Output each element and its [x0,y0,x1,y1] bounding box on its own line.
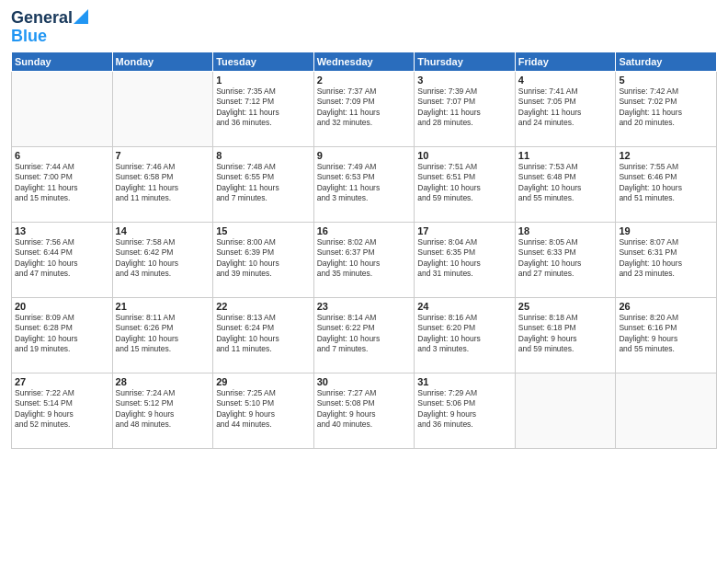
day-number: 11 [518,150,613,161]
calendar-cell: 1Sunrise: 7:35 AM Sunset: 7:12 PM Daylig… [213,71,314,146]
day-number: 24 [417,301,512,312]
calendar-cell: 4Sunrise: 7:41 AM Sunset: 7:05 PM Daylig… [515,71,616,146]
calendar-week-4: 20Sunrise: 8:09 AM Sunset: 6:28 PM Dayli… [12,297,717,373]
day-number: 14 [116,225,210,236]
weekday-thursday: Thursday [415,52,516,71]
calendar-cell: 22Sunrise: 8:13 AM Sunset: 6:24 PM Dayli… [213,297,314,373]
day-detail: Sunrise: 7:37 AM Sunset: 7:09 PM Dayligh… [317,86,412,129]
day-number: 27 [15,376,109,387]
day-number: 13 [15,225,109,236]
day-number: 2 [317,75,412,86]
calendar-cell: 14Sunrise: 7:58 AM Sunset: 6:42 PM Dayli… [112,222,213,297]
calendar-cell [515,373,616,448]
day-number: 6 [15,150,109,161]
day-number: 29 [216,376,311,387]
day-number: 28 [116,376,210,387]
calendar-cell: 8Sunrise: 7:48 AM Sunset: 6:55 PM Daylig… [213,146,314,222]
day-detail: Sunrise: 8:20 AM Sunset: 6:16 PM Dayligh… [619,313,713,355]
day-detail: Sunrise: 7:48 AM Sunset: 6:55 PM Dayligh… [216,162,311,204]
calendar-cell [12,71,113,146]
day-detail: Sunrise: 8:05 AM Sunset: 6:33 PM Dayligh… [518,237,613,280]
day-number: 15 [216,225,311,236]
calendar-week-2: 6Sunrise: 7:44 AM Sunset: 7:00 PM Daylig… [12,146,717,222]
calendar-week-5: 27Sunrise: 7:22 AM Sunset: 5:14 PM Dayli… [12,373,717,448]
calendar-cell: 26Sunrise: 8:20 AM Sunset: 6:16 PM Dayli… [616,297,717,373]
day-detail: Sunrise: 7:44 AM Sunset: 7:00 PM Dayligh… [15,162,109,204]
day-number: 8 [216,150,311,161]
day-detail: Sunrise: 7:24 AM Sunset: 5:12 PM Dayligh… [116,388,210,431]
day-number: 20 [15,301,109,312]
day-detail: Sunrise: 7:49 AM Sunset: 6:53 PM Dayligh… [317,162,412,204]
weekday-sunday: Sunday [12,52,113,71]
day-detail: Sunrise: 8:04 AM Sunset: 6:35 PM Dayligh… [417,237,512,280]
weekday-friday: Friday [515,52,616,71]
logo-blue: Blue [11,28,47,46]
day-number: 5 [619,75,713,86]
calendar-cell: 18Sunrise: 8:05 AM Sunset: 6:33 PM Dayli… [515,222,616,297]
weekday-tuesday: Tuesday [213,52,314,71]
day-detail: Sunrise: 8:16 AM Sunset: 6:20 PM Dayligh… [417,313,512,355]
day-number: 19 [619,225,713,236]
logo-triangle-icon [74,9,88,24]
day-detail: Sunrise: 8:13 AM Sunset: 6:24 PM Dayligh… [216,313,311,355]
day-detail: Sunrise: 7:27 AM Sunset: 5:08 PM Dayligh… [317,388,412,431]
calendar-cell: 17Sunrise: 8:04 AM Sunset: 6:35 PM Dayli… [415,222,516,297]
day-number: 22 [216,301,311,312]
calendar-cell: 20Sunrise: 8:09 AM Sunset: 6:28 PM Dayli… [12,297,113,373]
calendar-cell: 23Sunrise: 8:14 AM Sunset: 6:22 PM Dayli… [313,297,415,373]
day-detail: Sunrise: 7:58 AM Sunset: 6:42 PM Dayligh… [116,237,210,280]
logo-general: General [11,9,73,28]
day-number: 16 [317,225,412,236]
calendar-cell: 3Sunrise: 7:39 AM Sunset: 7:07 PM Daylig… [415,71,516,146]
calendar-table: SundayMondayTuesdayWednesdayThursdayFrid… [11,52,717,449]
day-number: 17 [417,225,512,236]
day-detail: Sunrise: 7:42 AM Sunset: 7:02 PM Dayligh… [619,86,713,129]
day-detail: Sunrise: 8:18 AM Sunset: 6:18 PM Dayligh… [518,313,613,355]
day-detail: Sunrise: 7:56 AM Sunset: 6:44 PM Dayligh… [15,237,109,280]
day-number: 10 [417,150,512,161]
calendar-cell: 28Sunrise: 7:24 AM Sunset: 5:12 PM Dayli… [112,373,213,448]
calendar-cell: 29Sunrise: 7:25 AM Sunset: 5:10 PM Dayli… [213,373,314,448]
day-number: 21 [116,301,210,312]
day-detail: Sunrise: 8:09 AM Sunset: 6:28 PM Dayligh… [15,313,109,355]
header: General Blue [11,9,717,46]
calendar-cell: 31Sunrise: 7:29 AM Sunset: 5:06 PM Dayli… [415,373,516,448]
day-number: 4 [518,75,613,86]
calendar-cell: 21Sunrise: 8:11 AM Sunset: 6:26 PM Dayli… [112,297,213,373]
day-detail: Sunrise: 8:11 AM Sunset: 6:26 PM Dayligh… [116,313,210,355]
weekday-saturday: Saturday [616,52,717,71]
day-number: 26 [619,301,713,312]
day-detail: Sunrise: 8:14 AM Sunset: 6:22 PM Dayligh… [317,313,412,355]
day-number: 18 [518,225,613,236]
day-number: 3 [417,75,512,86]
logo: General Blue [11,9,88,46]
day-detail: Sunrise: 7:22 AM Sunset: 5:14 PM Dayligh… [15,388,109,431]
calendar-cell: 7Sunrise: 7:46 AM Sunset: 6:58 PM Daylig… [112,146,213,222]
day-detail: Sunrise: 7:51 AM Sunset: 6:51 PM Dayligh… [417,162,512,204]
day-detail: Sunrise: 7:55 AM Sunset: 6:46 PM Dayligh… [619,162,713,204]
day-number: 30 [317,376,412,387]
day-detail: Sunrise: 7:41 AM Sunset: 7:05 PM Dayligh… [518,86,613,129]
calendar-body: 1Sunrise: 7:35 AM Sunset: 7:12 PM Daylig… [12,71,717,448]
weekday-wednesday: Wednesday [313,52,415,71]
page: General Blue SundayMondayTuesdayWednesda… [0,0,728,563]
calendar-cell [112,71,213,146]
calendar-cell: 24Sunrise: 8:16 AM Sunset: 6:20 PM Dayli… [415,297,516,373]
calendar-cell: 13Sunrise: 7:56 AM Sunset: 6:44 PM Dayli… [12,222,113,297]
calendar-cell: 6Sunrise: 7:44 AM Sunset: 7:00 PM Daylig… [12,146,113,222]
calendar-cell: 10Sunrise: 7:51 AM Sunset: 6:51 PM Dayli… [415,146,516,222]
day-number: 1 [216,75,311,86]
calendar-cell: 5Sunrise: 7:42 AM Sunset: 7:02 PM Daylig… [616,71,717,146]
calendar-cell: 25Sunrise: 8:18 AM Sunset: 6:18 PM Dayli… [515,297,616,373]
day-detail: Sunrise: 7:29 AM Sunset: 5:06 PM Dayligh… [417,388,512,431]
day-number: 12 [619,150,713,161]
day-number: 23 [317,301,412,312]
calendar-cell: 11Sunrise: 7:53 AM Sunset: 6:48 PM Dayli… [515,146,616,222]
svg-marker-0 [74,9,88,24]
day-number: 9 [317,150,412,161]
calendar-cell: 2Sunrise: 7:37 AM Sunset: 7:09 PM Daylig… [313,71,415,146]
day-detail: Sunrise: 8:07 AM Sunset: 6:31 PM Dayligh… [619,237,713,280]
day-detail: Sunrise: 7:35 AM Sunset: 7:12 PM Dayligh… [216,86,311,129]
weekday-monday: Monday [112,52,213,71]
day-number: 7 [116,150,210,161]
